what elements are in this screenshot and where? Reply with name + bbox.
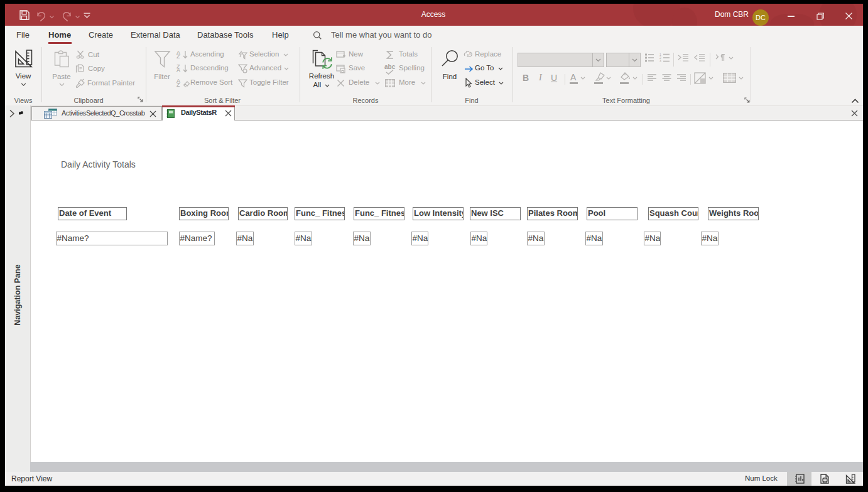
svg-text:3: 3 xyxy=(659,59,661,62)
